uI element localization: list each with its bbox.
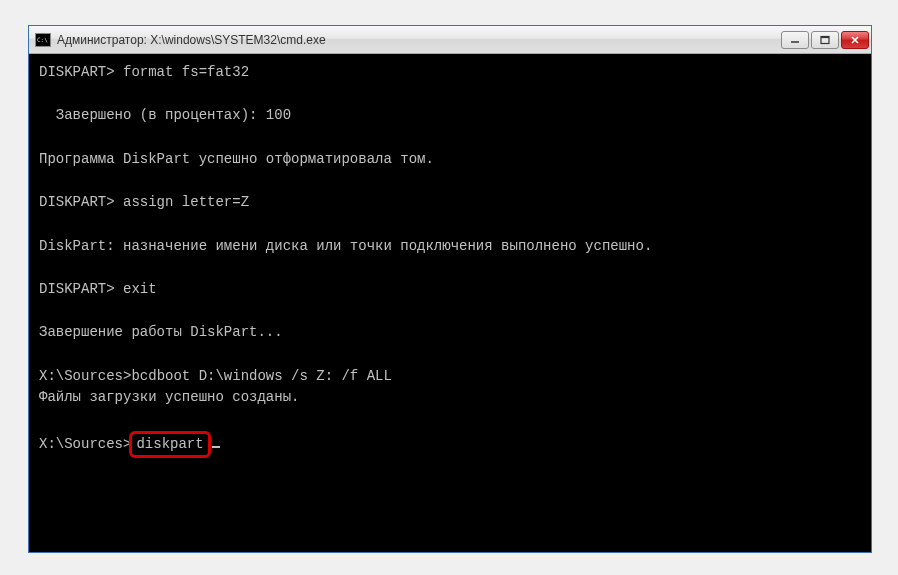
highlighted-command: diskpart [129, 431, 210, 459]
minimize-button[interactable] [781, 31, 809, 49]
window-controls [781, 31, 869, 49]
close-button[interactable] [841, 31, 869, 49]
command-text: assign letter=Z [123, 194, 249, 210]
cmd-icon [35, 33, 51, 47]
prompt: DISKPART> [39, 281, 123, 297]
cmd-window: Администратор: X:\windows\SYSTEM32\cmd.e… [28, 25, 872, 553]
terminal-line: Завершено (в процентах): 100 [39, 105, 861, 127]
terminal-line: Завершение работы DiskPart... [39, 322, 861, 344]
terminal-line: X:\Sources>bcdboot D:\windows /s Z: /f A… [39, 366, 861, 388]
terminal-line [39, 84, 861, 106]
maximize-button[interactable] [811, 31, 839, 49]
terminal-line [39, 344, 861, 366]
prompt: DISKPART> [39, 64, 123, 80]
prompt: X:\Sources> [39, 436, 131, 452]
terminal-line: X:\Sources>diskpart [39, 431, 861, 459]
terminal-line: DiskPart: назначение имени диска или точ… [39, 236, 861, 258]
terminal-line: Файлы загрузки успешно созданы. [39, 387, 861, 409]
terminal-line [39, 170, 861, 192]
terminal-line: DISKPART> format fs=fat32 [39, 62, 861, 84]
titlebar[interactable]: Администратор: X:\windows\SYSTEM32\cmd.e… [29, 26, 871, 54]
terminal-line [39, 257, 861, 279]
command-text: exit [123, 281, 157, 297]
terminal-line [39, 409, 861, 431]
cursor [212, 446, 220, 448]
terminal-line [39, 214, 861, 236]
command-text: bcdboot D:\windows /s Z: /f ALL [131, 368, 391, 384]
prompt: X:\Sources> [39, 368, 131, 384]
command-text: format fs=fat32 [123, 64, 249, 80]
prompt: DISKPART> [39, 194, 123, 210]
terminal-line [39, 127, 861, 149]
terminal-line: Программа DiskPart успешно отформатирова… [39, 149, 861, 171]
terminal-area[interactable]: DISKPART> format fs=fat32 Завершено (в п… [29, 54, 871, 552]
terminal-line: DISKPART> exit [39, 279, 861, 301]
terminal-line: DISKPART> assign letter=Z [39, 192, 861, 214]
window-title: Администратор: X:\windows\SYSTEM32\cmd.e… [57, 33, 781, 47]
terminal-line [39, 301, 861, 323]
